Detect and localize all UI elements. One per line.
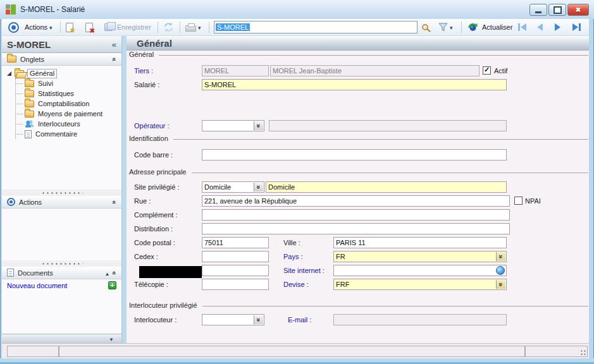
collapse-panel-icon[interactable] — [111, 270, 118, 274]
search-icon — [422, 24, 428, 30]
page-title: Général — [137, 38, 172, 49]
telecopie-field[interactable] — [202, 279, 269, 290]
operateur-name-field — [269, 120, 507, 131]
site-internet-label: Site internet : — [283, 267, 325, 274]
collapse-panel-icon[interactable] — [111, 200, 118, 203]
tiers-code-field: MOREL — [202, 65, 269, 76]
new-record-button[interactable] — [66, 19, 73, 35]
tiers-name-field: MOREL Jean-Baptiste — [270, 65, 480, 76]
sidebar-bottom-bar[interactable] — [2, 334, 121, 343]
delete-record-button[interactable] — [85, 19, 93, 35]
globe-icon[interactable] — [496, 266, 505, 275]
printer-icon — [185, 25, 196, 32]
close-button[interactable] — [567, 4, 589, 16]
next-record-icon — [555, 23, 560, 31]
search-button[interactable] — [422, 19, 428, 35]
site-privilegie-combo[interactable]: Domicile — [202, 181, 264, 193]
npai-checkbox[interactable] — [514, 197, 523, 205]
folder-icon — [25, 80, 34, 87]
collapse-panel-icon[interactable] — [111, 57, 118, 61]
nav-last-button[interactable] — [572, 19, 581, 35]
panel-header-documents[interactable]: Documents — [2, 267, 121, 279]
operateur-combo[interactable] — [202, 120, 264, 131]
cedex-field[interactable] — [202, 251, 269, 262]
note-icon — [25, 130, 32, 138]
resize-grip[interactable] — [580, 349, 586, 356]
save-button[interactable]: Enregistrer — [104, 19, 151, 35]
distribution-field[interactable] — [202, 223, 510, 234]
print-button[interactable] — [185, 19, 201, 35]
search-input[interactable]: S-MOREL — [214, 21, 418, 33]
collapse-sidebar-icon[interactable] — [112, 40, 116, 49]
window-bottom-border — [0, 358, 594, 364]
dropdown-button[interactable] — [254, 315, 263, 324]
tree-expander-icon[interactable] — [7, 71, 11, 76]
panel-header-actions[interactable]: Actions — [2, 196, 121, 209]
tree-item-suivi[interactable]: Suivi — [16, 78, 121, 88]
salarie-label: Salarié : — [134, 81, 159, 88]
documents-icon — [7, 269, 14, 277]
code-barre-label: Code barre : — [134, 151, 173, 159]
tree-item-commentaire[interactable]: Commentaire — [16, 129, 121, 139]
complement-field[interactable] — [202, 209, 510, 221]
panel-drag-handle[interactable] — [2, 260, 121, 267]
devise-combo[interactable]: FRF — [333, 279, 507, 290]
maximize-button[interactable] — [548, 4, 566, 16]
new-document-link[interactable]: Nouveau document — [7, 282, 108, 289]
refresh-button[interactable] — [163, 19, 174, 35]
filter-button[interactable] — [438, 19, 453, 35]
salarie-field[interactable]: S-MOREL — [202, 79, 507, 90]
tree-item-interlocuteurs[interactable]: Interlocuteurs — [16, 119, 121, 129]
tree-item-general[interactable]: Général — [7, 68, 121, 78]
distribution-label: Distribution : — [134, 225, 173, 233]
chevron-down-icon — [109, 335, 114, 343]
complement-label: Complément : — [134, 211, 177, 219]
refresh-data-button[interactable]: Actualiser — [467, 19, 512, 35]
dropdown-button[interactable] — [496, 252, 505, 261]
pays-combo[interactable]: FR — [333, 251, 507, 262]
nav-next-button[interactable] — [555, 19, 560, 35]
nav-first-button[interactable] — [518, 19, 526, 35]
site-privilegie-field[interactable]: Domicile — [266, 181, 507, 193]
code-postal-field[interactable]: 75011 — [202, 237, 269, 248]
delete-icon — [85, 23, 93, 32]
status-bar — [2, 343, 589, 358]
telephone-field[interactable] — [202, 265, 269, 276]
panel-header-onglets[interactable]: Onglets — [2, 53, 121, 66]
dropdown-button[interactable] — [496, 280, 505, 289]
actif-checkbox[interactable] — [483, 66, 491, 75]
first-record-icon — [518, 23, 526, 31]
status-pane-middle — [59, 346, 525, 357]
group-line — [129, 55, 588, 56]
ville-field[interactable]: PARIS 11 — [333, 237, 507, 248]
group-label-adresse: Adresse principale — [129, 168, 192, 176]
toolbar-separator — [180, 21, 180, 33]
cedex-label: Cedex : — [134, 253, 158, 260]
rue-field[interactable]: 221, avenue de la République — [202, 195, 510, 207]
toolbar: Actions Enregistrer — [2, 19, 589, 36]
tree-item-comptabilisation[interactable]: Comptabilisation — [16, 99, 121, 109]
dropdown-button[interactable] — [254, 121, 263, 130]
tree-item-statistiques[interactable]: Statistiques — [16, 88, 121, 99]
window-title: S-MOREL - Salarié — [20, 5, 85, 14]
nav-previous-button[interactable] — [537, 19, 543, 35]
actions-panel-body — [2, 209, 121, 260]
site-internet-field[interactable] — [333, 265, 507, 276]
code-postal-label: Code postal : — [134, 239, 175, 246]
panel-drag-handle[interactable] — [2, 190, 121, 196]
actions-menu-button[interactable]: Actions — [25, 19, 53, 35]
tree-item-moyens-de-paiement[interactable]: Moyens de paiement — [16, 109, 121, 119]
code-barre-field[interactable] — [202, 149, 507, 161]
record-target-icon — [8, 19, 19, 35]
toolbar-separator — [60, 21, 61, 33]
site-privilegie-label: Site privilégié : — [134, 183, 180, 191]
search-selected-text: S-MOREL — [216, 23, 250, 31]
scroll-up-icon[interactable] — [106, 269, 109, 277]
filter-icon — [438, 23, 448, 32]
interlocuteur-combo[interactable] — [202, 314, 264, 325]
chevron-down-icon — [47, 23, 53, 31]
dropdown-button[interactable] — [254, 183, 263, 191]
add-document-button[interactable] — [108, 281, 116, 289]
folder-icon — [7, 56, 16, 63]
minimize-button[interactable] — [529, 4, 547, 16]
